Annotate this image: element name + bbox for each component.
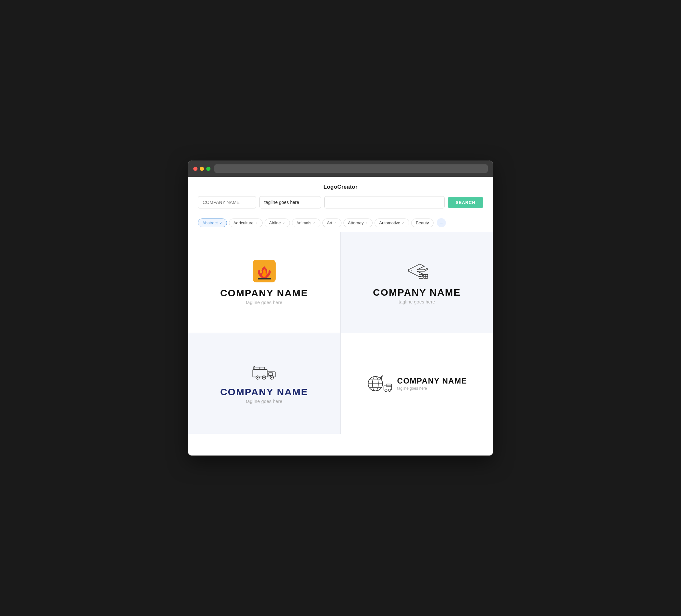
category-airline[interactable]: Airline ✓ [264, 219, 290, 227]
svg-point-16 [263, 377, 264, 378]
maximize-button[interactable] [206, 166, 210, 171]
minimize-button[interactable] [200, 166, 204, 171]
category-airline-label: Airline [269, 221, 281, 225]
category-beauty-label: Beauty [416, 221, 429, 225]
category-abstract-label: Abstract [202, 221, 218, 225]
logo-card-2[interactable]: COMPANY NAME tagline goes here [341, 232, 493, 333]
fire-svg [256, 264, 272, 280]
category-art-label: Art [327, 221, 332, 225]
logo-4-inline: COMPANY NAME tagline goes here [367, 373, 467, 394]
browser-chrome [188, 160, 493, 177]
logo-3-tagline: tagline goes here [246, 399, 282, 404]
search-button[interactable]: SEARCH [448, 197, 483, 208]
logo-4-text-block: COMPANY NAME tagline goes here [397, 377, 467, 391]
category-art[interactable]: Art ✓ [322, 219, 342, 227]
category-agriculture-label: Agriculture [233, 221, 254, 225]
globe-truck-svg [367, 373, 393, 394]
category-abstract[interactable]: Abstract ✓ [198, 219, 227, 227]
logo-1-tagline: tagline goes here [246, 300, 282, 305]
logo-4-tagline: tagline goes here [397, 386, 467, 391]
svg-rect-11 [255, 367, 259, 369]
logo-1-company-name: COMPANY NAME [220, 288, 308, 299]
logo-card-4[interactable]: COMPANY NAME tagline goes here [341, 333, 493, 434]
category-automotive[interactable]: Automotive ✓ [375, 219, 409, 227]
svg-rect-19 [254, 366, 255, 369]
tagline-input[interactable] [259, 196, 321, 208]
svg-point-14 [257, 377, 258, 378]
svg-rect-27 [386, 384, 392, 386]
categories-bar: Abstract ✓ Agriculture ✓ Airline ✓ Anima… [188, 215, 493, 232]
check-icon-agriculture: ✓ [255, 221, 258, 225]
logo-2-tagline: tagline goes here [399, 299, 435, 304]
truck-svg [251, 363, 277, 381]
svg-rect-0 [258, 278, 271, 280]
svg-point-18 [271, 377, 272, 378]
check-icon-abstract: ✓ [220, 221, 223, 225]
svg-point-28 [385, 389, 387, 391]
check-icon-animals: ✓ [313, 221, 316, 225]
category-automotive-label: Automotive [379, 221, 400, 225]
app-content: LogoCreator SEARCH Abstract ✓ Agricultur… [188, 177, 493, 456]
search-bar: SEARCH [188, 196, 493, 215]
category-agriculture[interactable]: Agriculture ✓ [229, 219, 263, 227]
logo-3-company-name: COMPANY NAME [220, 386, 308, 397]
categories-next-arrow[interactable]: → [437, 218, 446, 227]
logo-2-company-name: COMPANY NAME [373, 287, 461, 298]
svg-point-29 [388, 389, 390, 391]
category-attorney[interactable]: Attorney ✓ [344, 219, 373, 227]
close-button[interactable] [193, 166, 198, 171]
address-bar[interactable] [215, 164, 488, 173]
svg-rect-12 [260, 367, 264, 369]
check-icon-attorney: ✓ [365, 221, 368, 225]
check-icon-airline: ✓ [282, 221, 285, 225]
logo-4-company-name: COMPANY NAME [397, 377, 467, 385]
check-icon-art: ✓ [334, 221, 337, 225]
svg-rect-10 [269, 373, 272, 376]
category-animals-label: Animals [296, 221, 311, 225]
logo-grid: COMPANY NAME tagline goes here COM [188, 232, 493, 434]
category-animals[interactable]: Animals ✓ [292, 219, 320, 227]
logo-card-3[interactable]: COMPANY NAME tagline goes here [188, 333, 340, 434]
traffic-lights [193, 166, 210, 171]
logo-card-1[interactable]: COMPANY NAME tagline goes here [188, 232, 340, 333]
app-title: LogoCreator [323, 184, 357, 190]
category-attorney-label: Attorney [348, 221, 363, 225]
fire-box-icon [253, 260, 276, 282]
browser-window: LogoCreator SEARCH Abstract ✓ Agricultur… [188, 160, 493, 456]
airplane-boxes-svg [404, 261, 430, 282]
industry-input[interactable] [324, 196, 445, 208]
check-icon-automotive: ✓ [402, 221, 405, 225]
app-header: LogoCreator [188, 177, 493, 196]
company-name-input[interactable] [198, 196, 256, 208]
category-beauty[interactable]: Beauty [411, 219, 433, 227]
